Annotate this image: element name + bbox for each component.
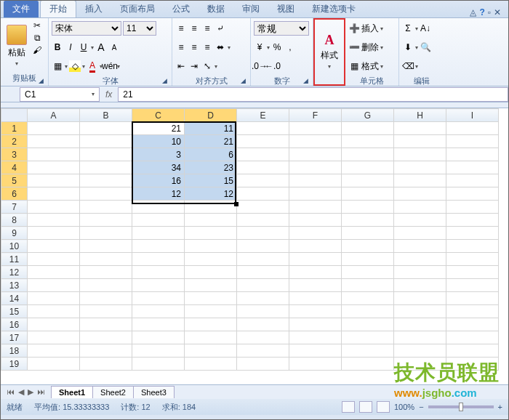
cell[interactable]: 21 [185, 135, 237, 148]
tab-layout[interactable]: 页面布局 [111, 1, 164, 17]
cell[interactable] [342, 148, 394, 161]
cell[interactable] [446, 305, 499, 318]
cell[interactable] [394, 214, 446, 227]
help-icon[interactable]: ? [479, 7, 484, 17]
cell[interactable] [237, 201, 289, 214]
row-header[interactable]: 4 [1, 161, 28, 174]
cell[interactable] [185, 344, 237, 358]
cell[interactable] [28, 318, 80, 331]
cell[interactable] [394, 240, 446, 253]
cell[interactable] [394, 201, 446, 214]
cell[interactable] [289, 240, 342, 253]
tab-data[interactable]: 数据 [199, 1, 233, 17]
cell[interactable] [132, 214, 185, 227]
align-right-icon[interactable]: ≡ [201, 41, 213, 53]
row-header[interactable]: 11 [1, 253, 28, 266]
cell[interactable] [446, 227, 499, 240]
row-header[interactable]: 18 [1, 344, 28, 358]
grow-font-icon[interactable]: A [95, 41, 107, 53]
row-header[interactable]: 7 [1, 201, 28, 214]
cell[interactable]: 12 [185, 187, 237, 201]
cell[interactable] [80, 161, 132, 174]
sheet-nav-first-icon[interactable]: ⏮ [5, 387, 16, 397]
cell[interactable] [185, 253, 237, 266]
cell[interactable] [237, 135, 289, 148]
cell[interactable] [446, 266, 499, 279]
select-all-corner[interactable] [1, 109, 28, 122]
cell[interactable] [342, 174, 394, 187]
orientation-icon[interactable]: ⤡ [201, 60, 213, 72]
dialog-launcher-icon[interactable]: ◢ [303, 77, 310, 84]
cell[interactable] [342, 318, 394, 331]
cell[interactable]: 6 [185, 148, 237, 161]
align-middle-icon[interactable]: ≡ [188, 23, 200, 34]
cell[interactable] [28, 358, 80, 371]
cell[interactable] [289, 292, 342, 305]
cell[interactable] [185, 331, 237, 344]
cell[interactable]: 3 [132, 148, 185, 161]
cell[interactable] [289, 266, 342, 279]
cell[interactable] [28, 331, 80, 344]
cell[interactable] [289, 135, 342, 148]
row-header[interactable]: 14 [1, 292, 28, 305]
cell[interactable] [342, 227, 394, 240]
cell[interactable] [394, 279, 446, 292]
cell[interactable] [132, 344, 185, 358]
cell[interactable] [289, 331, 342, 344]
cell[interactable] [446, 253, 499, 266]
cell[interactable] [237, 214, 289, 227]
insert-cells-button[interactable]: ➕插入▾ [348, 20, 396, 37]
percent-icon[interactable]: % [271, 41, 283, 53]
cell[interactable] [185, 305, 237, 318]
col-header[interactable]: G [342, 109, 394, 122]
cell[interactable] [132, 318, 185, 331]
decrease-decimal-icon[interactable]: ←.0 [267, 60, 278, 72]
cell[interactable]: 21 [132, 122, 185, 135]
minimize-ribbon-icon[interactable]: ◬ [470, 7, 476, 17]
cell[interactable] [289, 318, 342, 331]
cell[interactable]: 11 [185, 122, 237, 135]
comma-icon[interactable]: , [284, 41, 296, 53]
bold-icon[interactable]: B [52, 41, 63, 53]
zoom-in-icon[interactable]: + [498, 403, 502, 411]
col-header[interactable]: B [80, 109, 132, 122]
underline-icon[interactable]: U [78, 41, 89, 53]
cell[interactable] [80, 174, 132, 187]
cell[interactable] [237, 227, 289, 240]
cell[interactable] [80, 279, 132, 292]
cell[interactable] [185, 318, 237, 331]
phonetic-icon[interactable]: wén [104, 60, 116, 72]
cell[interactable]: 10 [132, 135, 185, 148]
autosum-icon[interactable]: Σ [402, 23, 414, 34]
cell[interactable] [80, 292, 132, 305]
cell[interactable] [185, 292, 237, 305]
cell[interactable] [80, 318, 132, 331]
window-close-icon[interactable]: ✕ [494, 7, 501, 17]
sheet-tab[interactable]: Sheet1 [51, 386, 93, 398]
cell[interactable] [237, 292, 289, 305]
cell[interactable] [28, 240, 80, 253]
sheet-tab[interactable]: Sheet3 [133, 386, 175, 398]
cell[interactable] [342, 253, 394, 266]
fx-icon[interactable]: fx [100, 89, 118, 100]
row-header[interactable]: 8 [1, 214, 28, 227]
cell[interactable] [185, 201, 237, 214]
cell[interactable] [132, 358, 185, 371]
dialog-launcher-icon[interactable]: ◢ [241, 77, 248, 84]
row-header[interactable]: 9 [1, 227, 28, 240]
format-cells-button[interactable]: ▦格式▾ [348, 57, 396, 75]
cell[interactable] [394, 344, 446, 358]
cell[interactable] [446, 331, 499, 344]
border-icon[interactable]: ▦ [52, 60, 63, 72]
tab-view[interactable]: 视图 [268, 1, 303, 17]
align-left-icon[interactable]: ≡ [175, 41, 187, 53]
cut-icon[interactable]: ✂ [31, 20, 43, 31]
cell[interactable] [80, 344, 132, 358]
row-header[interactable]: 1 [1, 122, 28, 135]
name-box[interactable]: C1 ▾ [20, 87, 100, 102]
cell[interactable] [446, 279, 499, 292]
cell[interactable] [237, 331, 289, 344]
increase-indent-icon[interactable]: ⇥ [188, 60, 200, 72]
cell[interactable] [289, 187, 342, 201]
cell[interactable]: 16 [132, 174, 185, 187]
